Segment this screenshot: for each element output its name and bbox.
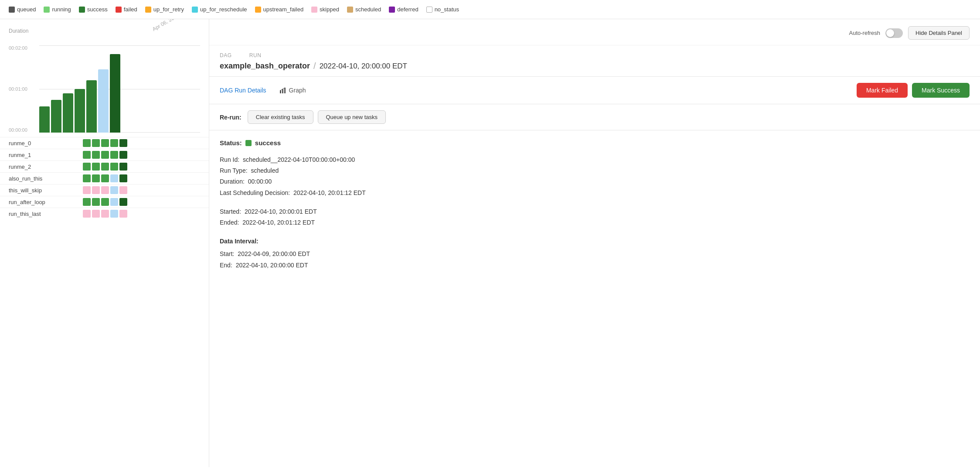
svg-rect-1 (282, 89, 283, 93)
started-label: Started: (220, 208, 241, 215)
task-square-runme_1-1[interactable] (92, 151, 100, 159)
main-layout: Duration Apr 06, 20:00 00:02:00 00:01:00… (0, 19, 980, 467)
task-square-runme_2-3[interactable] (110, 163, 118, 171)
task-square-this_will_skip-4[interactable] (119, 186, 127, 194)
legend-dot-up_for_retry (145, 7, 151, 13)
duration-label: Duration: (220, 178, 245, 185)
bar-3[interactable] (75, 89, 85, 133)
chart-date-label: Apr 06, 20:00 (151, 19, 181, 32)
interval-start-label: Start: (220, 250, 234, 257)
status-value: success (255, 139, 281, 147)
task-squares-also_run_this (83, 174, 127, 182)
task-row-this_will_skip[interactable]: this_will_skip (0, 184, 209, 196)
task-square-runme_0-2[interactable] (101, 139, 109, 147)
status-success-icon (245, 140, 252, 146)
legend-label-deferred: deferred (397, 6, 418, 13)
task-square-run_this_last-4[interactable] (119, 210, 127, 218)
task-square-runme_2-4[interactable] (119, 163, 127, 171)
task-square-also_run_this-0[interactable] (83, 174, 91, 182)
interval-end-line: End: 2022-04-10, 20:00:00 EDT (220, 260, 970, 271)
dag-run-details-tab[interactable]: DAG Run Details (220, 87, 266, 94)
task-square-run_this_last-3[interactable] (110, 210, 118, 218)
task-square-runme_1-4[interactable] (119, 151, 127, 159)
task-square-this_will_skip-1[interactable] (92, 186, 100, 194)
task-squares-run_this_last (83, 210, 127, 218)
queue-new-tasks-button[interactable]: Queue up new tasks (318, 110, 386, 124)
bar-2[interactable] (63, 93, 73, 133)
hide-details-button[interactable]: Hide Details Panel (908, 26, 970, 40)
task-square-runme_2-1[interactable] (92, 163, 100, 171)
bar-1[interactable] (51, 100, 61, 133)
task-square-runme_0-1[interactable] (92, 139, 100, 147)
rerun-area: Re-run: Clear existing tasks Queue up ne… (209, 104, 980, 130)
mark-failed-button[interactable]: Mark Failed (857, 83, 908, 98)
run-id-label: Run Id: (220, 156, 239, 163)
interval-end-value: 2022-04-10, 20:00:00 EDT (236, 262, 308, 269)
task-square-run_this_last-1[interactable] (92, 210, 100, 218)
dag-run-value: 2022-04-10, 20:00:00 EDT (320, 62, 407, 71)
dag-separator: / (313, 61, 316, 71)
legend-item-skipped: skipped (311, 6, 339, 13)
task-square-run_after_loop-1[interactable] (92, 198, 100, 206)
graph-button[interactable]: Graph (275, 84, 310, 96)
task-row-also_run_this[interactable]: also_run_this (0, 172, 209, 184)
started-line: Started: 2022-04-10, 20:00:01 EDT (220, 206, 970, 217)
bar-chart (39, 45, 200, 133)
bar-0[interactable] (39, 106, 50, 133)
ended-value: 2022-04-10, 20:01:12 EDT (242, 219, 315, 226)
legend-item-deferred: deferred (389, 6, 418, 13)
auto-refresh-toggle[interactable] (885, 28, 903, 38)
run-info-block: Run Id: scheduled__2022-04-10T00:00:00+0… (220, 154, 970, 198)
task-square-run_this_last-0[interactable] (83, 210, 91, 218)
task-square-runme_0-4[interactable] (119, 139, 127, 147)
task-square-runme_1-0[interactable] (83, 151, 91, 159)
task-square-runme_1-3[interactable] (110, 151, 118, 159)
bar-6[interactable] (110, 54, 120, 133)
task-square-runme_0-3[interactable] (110, 139, 118, 147)
task-square-also_run_this-1[interactable] (92, 174, 100, 182)
task-squares-runme_0 (83, 139, 127, 147)
task-square-this_will_skip-3[interactable] (110, 186, 118, 194)
clear-existing-tasks-button[interactable]: Clear existing tasks (248, 110, 313, 124)
action-right: Mark Failed Mark Success (857, 83, 970, 98)
task-square-runme_2-2[interactable] (101, 163, 109, 171)
run-type-line: Run Type: scheduled (220, 165, 970, 176)
legend-label-success: success (87, 6, 108, 13)
mark-success-button[interactable]: Mark Success (912, 83, 970, 98)
task-square-also_run_this-4[interactable] (119, 174, 127, 182)
dag-name: example_bash_operator (220, 61, 310, 71)
interval-start-value: 2022-04-09, 20:00:00 EDT (238, 250, 310, 257)
started-value: 2022-04-10, 20:00:01 EDT (245, 208, 317, 215)
bar-4[interactable] (86, 80, 97, 133)
task-square-run_this_last-2[interactable] (101, 210, 109, 218)
task-square-also_run_this-3[interactable] (110, 174, 118, 182)
task-square-run_after_loop-3[interactable] (110, 198, 118, 206)
legend-item-up_for_retry: up_for_retry (145, 6, 184, 13)
task-square-this_will_skip-2[interactable] (101, 186, 109, 194)
task-square-this_will_skip-0[interactable] (83, 186, 91, 194)
task-square-runme_2-0[interactable] (83, 163, 91, 171)
task-row-run_this_last[interactable]: run_this_last (0, 208, 209, 219)
legend-dot-upstream_failed (255, 7, 261, 13)
task-row-runme_2[interactable]: runme_2 (0, 160, 209, 172)
legend-dot-skipped (311, 7, 317, 13)
chart-duration-label: Duration (9, 28, 28, 34)
task-square-run_after_loop-0[interactable] (83, 198, 91, 206)
legend-dot-queued (9, 7, 15, 13)
task-square-runme_1-2[interactable] (101, 151, 109, 159)
legend-item-upstream_failed: upstream_failed (255, 6, 304, 13)
task-square-runme_0-0[interactable] (83, 139, 91, 147)
legend-dot-success (79, 7, 85, 13)
legend-label-upstream_failed: upstream_failed (263, 6, 304, 13)
legend-label-skipped: skipped (320, 6, 339, 13)
task-square-run_after_loop-2[interactable] (101, 198, 109, 206)
task-row-run_after_loop[interactable]: run_after_loop (0, 196, 209, 208)
chart-area: Duration Apr 06, 20:00 00:02:00 00:01:00… (0, 24, 209, 133)
graph-icon (279, 87, 286, 94)
bar-5[interactable] (98, 69, 109, 133)
task-square-also_run_this-2[interactable] (101, 174, 109, 182)
task-row-runme_1[interactable]: runme_1 (0, 149, 209, 160)
task-square-run_after_loop-4[interactable] (119, 198, 127, 206)
last-scheduling-line: Last Scheduling Decision: 2022-04-10, 20… (220, 188, 970, 198)
task-row-runme_0[interactable]: runme_0 (0, 137, 209, 149)
